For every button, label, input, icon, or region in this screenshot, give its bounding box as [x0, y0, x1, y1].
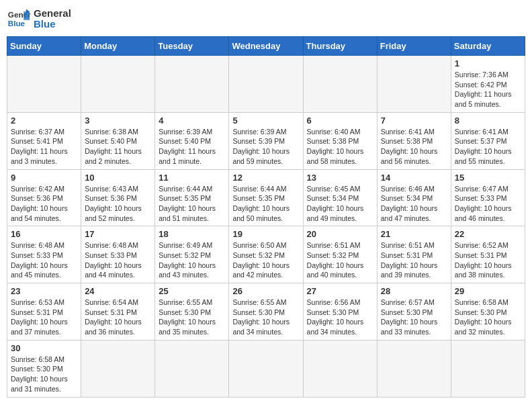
weekday-header-tuesday: Tuesday — [155, 37, 229, 56]
day-info: Sunrise: 6:41 AM Sunset: 5:38 PM Dayligh… — [381, 127, 447, 167]
day-info: Sunrise: 6:46 AM Sunset: 5:34 PM Dayligh… — [381, 184, 447, 224]
day-info: Sunrise: 6:42 AM Sunset: 5:36 PM Dayligh… — [11, 184, 77, 224]
calendar-cell: 24Sunrise: 6:54 AM Sunset: 5:31 PM Dayli… — [81, 283, 155, 340]
calendar-cell — [81, 340, 155, 397]
calendar-cell: 2Sunrise: 6:37 AM Sunset: 5:41 PM Daylig… — [7, 112, 81, 169]
calendar-cell — [81, 56, 155, 113]
day-number: 5 — [232, 116, 299, 126]
calendar-cell: 27Sunrise: 6:56 AM Sunset: 5:30 PM Dayli… — [303, 283, 377, 340]
calendar-cell — [377, 56, 451, 113]
weekday-header-sunday: Sunday — [7, 37, 81, 56]
calendar-cell: 6Sunrise: 6:40 AM Sunset: 5:38 PM Daylig… — [303, 112, 377, 169]
calendar-body: 1Sunrise: 7:36 AM Sunset: 6:42 PM Daylig… — [7, 56, 525, 398]
day-info: Sunrise: 6:44 AM Sunset: 5:35 PM Dayligh… — [159, 184, 225, 224]
day-info: Sunrise: 6:50 AM Sunset: 5:32 PM Dayligh… — [232, 240, 299, 280]
calendar-table: SundayMondayTuesdayWednesdayThursdayFrid… — [7, 36, 525, 398]
day-info: Sunrise: 6:37 AM Sunset: 5:41 PM Dayligh… — [11, 127, 77, 167]
calendar-cell — [451, 340, 525, 397]
calendar-cell: 8Sunrise: 6:41 AM Sunset: 5:37 PM Daylig… — [451, 112, 525, 169]
calendar-cell: 4Sunrise: 6:39 AM Sunset: 5:40 PM Daylig… — [155, 112, 229, 169]
calendar-cell: 14Sunrise: 6:46 AM Sunset: 5:34 PM Dayli… — [377, 169, 451, 226]
calendar-cell: 28Sunrise: 6:57 AM Sunset: 5:30 PM Dayli… — [377, 283, 451, 340]
calendar-cell: 19Sunrise: 6:50 AM Sunset: 5:32 PM Dayli… — [229, 226, 303, 283]
day-info: Sunrise: 6:39 AM Sunset: 5:40 PM Dayligh… — [159, 127, 225, 167]
day-info: Sunrise: 6:57 AM Sunset: 5:30 PM Dayligh… — [381, 298, 447, 337]
logo-text-blue: Blue — [34, 19, 71, 30]
weekday-header-monday: Monday — [81, 37, 155, 56]
logo-text-general: General — [34, 8, 71, 19]
day-number: 15 — [455, 173, 521, 183]
day-number: 28 — [381, 286, 447, 296]
calendar-cell — [7, 56, 81, 113]
calendar-cell: 17Sunrise: 6:48 AM Sunset: 5:33 PM Dayli… — [81, 226, 155, 283]
calendar-cell: 29Sunrise: 6:58 AM Sunset: 5:30 PM Dayli… — [451, 283, 525, 340]
day-number: 1 — [455, 58, 521, 68]
day-number: 8 — [455, 116, 521, 126]
day-number: 17 — [85, 229, 151, 239]
day-info: Sunrise: 6:40 AM Sunset: 5:38 PM Dayligh… — [307, 127, 373, 167]
calendar-cell: 5Sunrise: 6:39 AM Sunset: 5:39 PM Daylig… — [229, 112, 303, 169]
calendar-cell: 26Sunrise: 6:55 AM Sunset: 5:30 PM Dayli… — [229, 283, 303, 340]
calendar-cell — [303, 56, 377, 113]
calendar-week-6: 30Sunrise: 6:58 AM Sunset: 5:30 PM Dayli… — [7, 340, 525, 397]
day-info: Sunrise: 6:52 AM Sunset: 5:31 PM Dayligh… — [455, 240, 521, 280]
calendar-cell: 18Sunrise: 6:49 AM Sunset: 5:32 PM Dayli… — [155, 226, 229, 283]
logo-icon: General Blue — [7, 7, 31, 31]
calendar-cell: 30Sunrise: 6:58 AM Sunset: 5:30 PM Dayli… — [7, 340, 81, 397]
day-number: 12 — [232, 173, 299, 183]
day-number: 18 — [159, 229, 225, 239]
weekday-header-friday: Friday — [377, 37, 451, 56]
calendar-cell: 12Sunrise: 6:44 AM Sunset: 5:35 PM Dayli… — [229, 169, 303, 226]
calendar-cell: 22Sunrise: 6:52 AM Sunset: 5:31 PM Dayli… — [451, 226, 525, 283]
day-number: 13 — [307, 173, 373, 183]
day-number: 16 — [11, 229, 77, 239]
svg-text:Blue: Blue — [8, 19, 26, 28]
day-number: 9 — [11, 173, 77, 183]
day-info: Sunrise: 6:41 AM Sunset: 5:37 PM Dayligh… — [455, 127, 521, 167]
day-info: Sunrise: 6:53 AM Sunset: 5:31 PM Dayligh… — [11, 298, 77, 337]
day-number: 23 — [11, 286, 77, 296]
day-number: 29 — [455, 286, 521, 296]
day-info: Sunrise: 6:43 AM Sunset: 5:36 PM Dayligh… — [85, 184, 151, 224]
day-number: 4 — [159, 116, 225, 126]
day-info: Sunrise: 6:55 AM Sunset: 5:30 PM Dayligh… — [232, 298, 299, 337]
calendar-week-4: 16Sunrise: 6:48 AM Sunset: 5:33 PM Dayli… — [7, 226, 525, 283]
day-info: Sunrise: 6:38 AM Sunset: 5:40 PM Dayligh… — [85, 127, 151, 167]
day-number: 20 — [307, 229, 373, 239]
day-number: 14 — [381, 173, 447, 183]
day-number: 10 — [85, 173, 151, 183]
day-info: Sunrise: 6:51 AM Sunset: 5:31 PM Dayligh… — [381, 240, 447, 280]
calendar-week-1: 1Sunrise: 7:36 AM Sunset: 6:42 PM Daylig… — [7, 56, 525, 113]
day-info: Sunrise: 6:39 AM Sunset: 5:39 PM Dayligh… — [232, 127, 299, 167]
calendar-cell — [155, 56, 229, 113]
calendar-cell — [229, 340, 303, 397]
logo: General Blue General Blue — [7, 7, 71, 31]
day-number: 27 — [307, 286, 373, 296]
day-info: Sunrise: 6:51 AM Sunset: 5:32 PM Dayligh… — [307, 240, 373, 280]
calendar-week-3: 9Sunrise: 6:42 AM Sunset: 5:36 PM Daylig… — [7, 169, 525, 226]
calendar-cell: 25Sunrise: 6:55 AM Sunset: 5:30 PM Dayli… — [155, 283, 229, 340]
day-number: 3 — [85, 116, 151, 126]
day-info: Sunrise: 6:49 AM Sunset: 5:32 PM Dayligh… — [159, 240, 225, 280]
calendar-cell — [229, 56, 303, 113]
calendar-cell: 11Sunrise: 6:44 AM Sunset: 5:35 PM Dayli… — [155, 169, 229, 226]
day-number: 7 — [381, 116, 447, 126]
calendar-cell: 21Sunrise: 6:51 AM Sunset: 5:31 PM Dayli… — [377, 226, 451, 283]
calendar-cell — [377, 340, 451, 397]
day-number: 2 — [11, 116, 77, 126]
day-number: 24 — [85, 286, 151, 296]
calendar-cell — [155, 340, 229, 397]
day-number: 25 — [159, 286, 225, 296]
calendar-header-row: SundayMondayTuesdayWednesdayThursdayFrid… — [7, 37, 525, 56]
day-info: Sunrise: 6:44 AM Sunset: 5:35 PM Dayligh… — [232, 184, 299, 224]
calendar-cell: 3Sunrise: 6:38 AM Sunset: 5:40 PM Daylig… — [81, 112, 155, 169]
weekday-header-saturday: Saturday — [451, 37, 525, 56]
day-info: Sunrise: 6:56 AM Sunset: 5:30 PM Dayligh… — [307, 298, 373, 337]
day-number: 30 — [11, 343, 77, 353]
day-info: Sunrise: 6:58 AM Sunset: 5:30 PM Dayligh… — [11, 355, 77, 394]
calendar-week-2: 2Sunrise: 6:37 AM Sunset: 5:41 PM Daylig… — [7, 112, 525, 169]
day-info: Sunrise: 6:48 AM Sunset: 5:33 PM Dayligh… — [11, 240, 77, 280]
calendar-cell — [303, 340, 377, 397]
day-number: 21 — [381, 229, 447, 239]
day-info: Sunrise: 6:47 AM Sunset: 5:33 PM Dayligh… — [455, 184, 521, 224]
